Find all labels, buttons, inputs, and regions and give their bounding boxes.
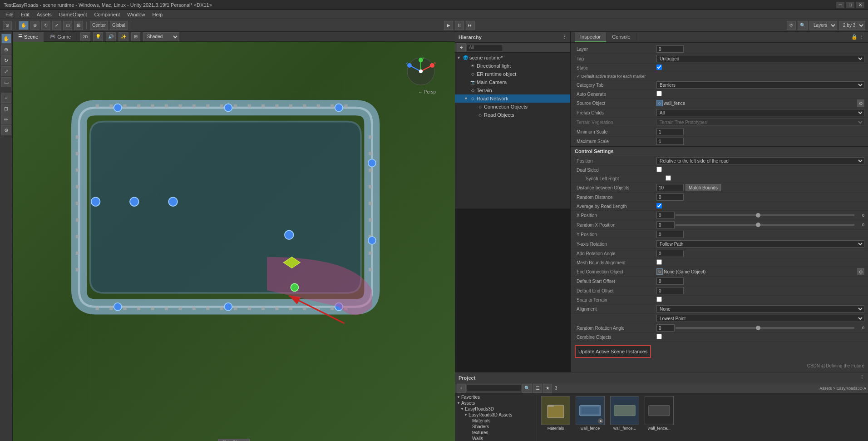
project-menu-icon[interactable]: ⋮: [859, 375, 864, 381]
menu-window[interactable]: Window: [123, 11, 148, 18]
alignment-select[interactable]: None: [656, 305, 864, 312]
scene-viewport[interactable]: X Y Z ← Persp Side Object: [13, 42, 455, 441]
side-object-button[interactable]: Side Object: [218, 439, 250, 441]
scale-tool-button[interactable]: ⤢: [52, 21, 61, 30]
transform-tool-button[interactable]: ⊞: [74, 21, 83, 30]
hier-item-road-objects[interactable]: ◇ Road Objects: [455, 111, 570, 119]
random-x-position-slider[interactable]: [676, 224, 854, 226]
rect-tool[interactable]: ▭: [1, 77, 11, 87]
tree-item-easyroads3d-assets[interactable]: ▼ EasyRoads3D Assets: [455, 412, 536, 418]
prefab-childs-select[interactable]: All: [656, 109, 864, 116]
hier-item-main-camera[interactable]: 📷 Main Camera: [455, 78, 570, 86]
scene-lighting-toggle[interactable]: 💡: [93, 32, 103, 41]
hierarchy-add-btn[interactable]: +: [457, 43, 466, 52]
scene-gizmos-toggle[interactable]: ⊞: [131, 32, 140, 41]
project-filter-btn[interactable]: ☰: [533, 384, 542, 393]
layer-tool[interactable]: ≡: [1, 93, 11, 103]
scene-view-dropdown[interactable]: Shaded: [143, 32, 179, 41]
inspector-lock-icon[interactable]: 🔒: [851, 34, 858, 40]
history-button[interactable]: ⟳: [787, 21, 796, 30]
move-tool-button[interactable]: ⊕: [30, 21, 39, 30]
synch-left-right-checkbox[interactable]: [666, 175, 671, 181]
min-scale-input[interactable]: [656, 128, 684, 135]
maximize-button[interactable]: □: [846, 2, 854, 8]
menu-gameobject[interactable]: GameObject: [55, 11, 91, 18]
pivot-toggle[interactable]: Center: [90, 21, 108, 30]
tree-item-shaders[interactable]: Shaders: [455, 424, 536, 430]
pause-button[interactable]: ⏸: [455, 21, 464, 30]
y-position-input[interactable]: [656, 231, 684, 238]
default-start-offset-input[interactable]: [656, 277, 684, 285]
move-tool[interactable]: ⊕: [1, 45, 11, 55]
combine-objects-checkbox[interactable]: [656, 334, 662, 339]
project-search-btn[interactable]: 🔍: [522, 384, 532, 393]
update-active-scene-btn[interactable]: Update Active Scene Instances: [575, 345, 651, 358]
menu-component[interactable]: Component: [90, 11, 123, 18]
x-position-slider[interactable]: [676, 214, 854, 216]
close-button[interactable]: ✕: [856, 2, 864, 8]
random-x-position-input[interactable]: [656, 221, 675, 228]
project-sort-btn[interactable]: ★: [543, 384, 552, 393]
asset-wall-fence2[interactable]: wall_fence...: [608, 396, 641, 431]
hierarchy-search[interactable]: [467, 44, 503, 51]
hier-item-er-runtime[interactable]: ◇ ER runtime object: [455, 70, 570, 78]
inspector-menu-icon[interactable]: ⋮: [859, 34, 864, 40]
scene-fx-toggle[interactable]: ✨: [118, 32, 128, 41]
hand-tool-button[interactable]: ✋: [19, 21, 29, 30]
project-search[interactable]: [467, 385, 521, 392]
hier-item-terrain[interactable]: ◇ Terrain: [455, 86, 570, 94]
average-road-length-checkbox[interactable]: [656, 203, 662, 208]
layout-dropdown[interactable]: 2 by 3: [839, 21, 865, 30]
source-object-pick-btn[interactable]: ⊙: [857, 99, 864, 107]
random-distance-input[interactable]: [656, 193, 684, 201]
menu-file[interactable]: File: [2, 11, 17, 18]
auto-generate-checkbox[interactable]: [656, 91, 662, 96]
static-checkbox[interactable]: [656, 64, 662, 70]
tab-game[interactable]: 🎮 Game: [44, 32, 77, 42]
distance-between-input[interactable]: [656, 184, 684, 191]
unity-logo-button[interactable]: ⊙: [3, 21, 12, 30]
hier-item-scene-root[interactable]: ▼ 🌐 scene runtime*: [455, 54, 570, 62]
project-add-btn[interactable]: +: [457, 384, 466, 393]
menu-assets[interactable]: Assets: [33, 11, 55, 18]
tree-item-easyroads3d[interactable]: ▼ EasyRoads3D: [455, 406, 536, 412]
alignment2-select[interactable]: Lowest Point: [656, 315, 864, 322]
tree-item-walls[interactable]: Walls: [455, 436, 536, 441]
random-rotation-slider[interactable]: [676, 327, 854, 329]
menu-edit[interactable]: Edit: [17, 11, 33, 18]
scene-audio-toggle[interactable]: 🔊: [106, 32, 116, 41]
snap-tool[interactable]: ⊡: [1, 104, 11, 114]
layer-input[interactable]: [656, 45, 684, 53]
rect-tool-button[interactable]: ▭: [63, 21, 72, 30]
rotate-tool-button[interactable]: ↻: [41, 21, 50, 30]
hierarchy-menu-icon[interactable]: ⋮: [562, 34, 567, 40]
tab-scene[interactable]: ☰ Scene: [13, 32, 44, 42]
snap-to-terrain-checkbox[interactable]: [656, 297, 662, 302]
tree-item-favorites[interactable]: ▼ Favorites: [455, 394, 536, 400]
dual-sided-checkbox[interactable]: [656, 167, 662, 172]
scene-2d-toggle[interactable]: 2D: [80, 32, 90, 41]
end-connection-pick-btn[interactable]: ⊙: [857, 268, 864, 275]
max-scale-input[interactable]: [656, 138, 684, 145]
asset-materials[interactable]: Materials: [539, 396, 572, 431]
settings-tool[interactable]: ⚙: [1, 125, 11, 135]
paint-tool[interactable]: ✏: [1, 114, 11, 124]
tab-console[interactable]: Console: [607, 32, 636, 42]
search-button[interactable]: 🔍: [798, 21, 808, 30]
match-bounds-button[interactable]: Match Bounds: [686, 184, 721, 191]
rotate-tool[interactable]: ↻: [1, 55, 11, 65]
default-end-offset-input[interactable]: [656, 287, 684, 294]
tree-item-assets[interactable]: ▼ Assets: [455, 400, 536, 406]
play-button[interactable]: ▶: [444, 21, 453, 30]
step-button[interactable]: ⏭: [466, 21, 475, 30]
scale-tool[interactable]: ⤢: [1, 66, 11, 76]
asset-wall-fence[interactable]: ▶ wall_fence: [574, 396, 607, 431]
random-rotation-angle-input[interactable]: [656, 324, 675, 332]
tree-item-textures[interactable]: textures: [455, 430, 536, 436]
tag-select[interactable]: Untagged: [656, 55, 864, 62]
hier-item-connection-objects[interactable]: ◇ Connection Objects: [455, 103, 570, 111]
layers-dropdown[interactable]: Layers: [809, 21, 837, 30]
menu-help[interactable]: Help: [148, 11, 166, 18]
global-toggle[interactable]: Global: [110, 21, 128, 30]
mesh-bounds-alignment-checkbox[interactable]: [656, 259, 662, 265]
